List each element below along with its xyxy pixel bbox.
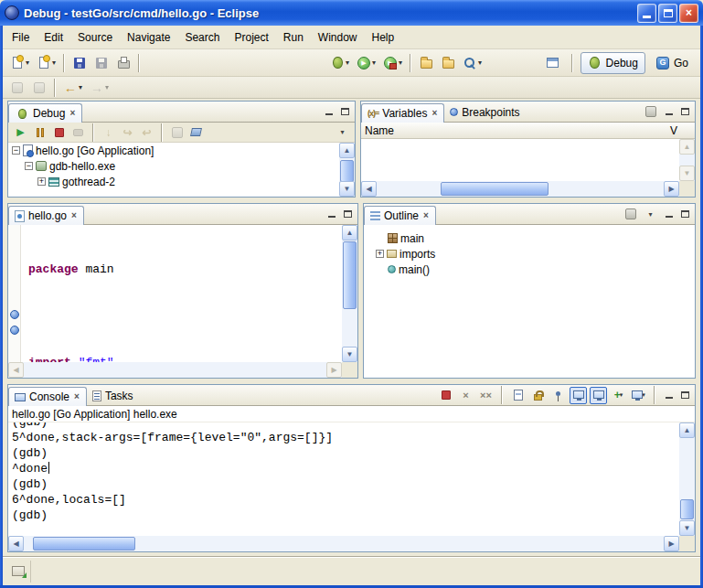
scroll-up-icon[interactable]: ▲ — [342, 225, 357, 241]
editor-marker-bar[interactable] — [8, 225, 21, 362]
open-resource-button[interactable] — [415, 53, 437, 73]
menu-file[interactable]: File — [5, 28, 37, 47]
open-console-button[interactable]: ▾ — [630, 387, 647, 404]
minimize-view-button[interactable] — [662, 389, 676, 402]
perspective-debug-button[interactable]: Debug — [581, 52, 645, 74]
next-annotation-button[interactable] — [6, 78, 28, 98]
collapse-expander-icon[interactable]: − — [12, 146, 20, 155]
tab-editor-hello-go[interactable]: hello.go × — [8, 206, 84, 225]
step-filters-button[interactable] — [187, 123, 205, 141]
tab-close-icon[interactable]: × — [431, 109, 438, 118]
tab-close-icon[interactable]: × — [69, 109, 76, 118]
tree-row[interactable]: − gdb-hello.exe — [8, 158, 355, 174]
editor-vertical-scrollbar[interactable]: ▲ ▼ — [342, 225, 357, 362]
tab-breakpoints[interactable]: Breakpoints — [444, 102, 525, 122]
suspend-button[interactable] — [31, 123, 48, 141]
window-minimize-button[interactable] — [637, 4, 656, 23]
scroll-left-icon[interactable]: ◀ — [8, 536, 24, 551]
collapse-all-button[interactable] — [642, 103, 659, 121]
menu-run[interactable]: Run — [276, 28, 311, 47]
column-name[interactable]: Name — [365, 124, 394, 137]
debug-vertical-scrollbar[interactable]: ▲ ▼ — [339, 143, 355, 197]
expand-expander-icon[interactable]: + — [376, 250, 384, 258]
tab-debug-view[interactable]: Debug × — [8, 103, 82, 123]
variables-horizontal-scrollbar[interactable]: ◀ ▶ — [361, 181, 695, 197]
tab-close-icon[interactable]: × — [70, 211, 78, 220]
breakpoint-marker-icon[interactable] — [10, 310, 19, 319]
minimize-view-button[interactable] — [325, 208, 338, 221]
menu-help[interactable]: Help — [365, 28, 402, 47]
scroll-down-icon[interactable]: ▼ — [339, 181, 355, 197]
debug-view-menu-button[interactable]: ▾ — [334, 123, 351, 141]
console-horizontal-scrollbar[interactable]: ◀ ▶ — [8, 536, 695, 551]
save-all-button[interactable] — [91, 53, 112, 73]
console-output[interactable]: (gdb) 5^done,stack-args=[frame={level="0… — [8, 422, 679, 536]
maximize-view-button[interactable] — [341, 208, 355, 221]
debug-launch-button[interactable]: ▾ — [326, 53, 353, 73]
tab-outline[interactable]: Outline × — [364, 206, 436, 225]
scroll-down-icon[interactable]: ▼ — [679, 520, 695, 536]
drop-to-frame-button[interactable] — [168, 123, 186, 141]
collapse-expander-icon[interactable]: − — [25, 162, 33, 170]
tree-row[interactable]: + gothread-2 — [8, 174, 355, 189]
remove-all-launches-button[interactable]: ×× — [477, 387, 495, 404]
scrollbar-thumb[interactable] — [33, 537, 135, 551]
scroll-lock-button[interactable] — [529, 387, 547, 404]
scrollbar-thumb[interactable] — [340, 160, 354, 182]
menu-search[interactable]: Search — [177, 28, 227, 47]
resume-button[interactable]: ▶ — [12, 123, 29, 141]
tab-tasks[interactable]: Tasks — [87, 386, 139, 405]
outline-item-main-func[interactable]: main() — [364, 262, 695, 277]
menu-source[interactable]: Source — [70, 28, 120, 47]
instruction-pointer-icon[interactable] — [10, 326, 19, 335]
tree-row[interactable]: − hello.go [Go Application] — [8, 143, 355, 158]
scroll-down-icon[interactable]: ▼ — [342, 347, 357, 362]
code-line[interactable]: package main — [28, 262, 342, 277]
scroll-up-icon[interactable]: ▲ — [679, 422, 695, 438]
pin-console-button[interactable] — [549, 387, 567, 404]
outline-item-main[interactable]: main — [364, 230, 695, 246]
maximize-view-button[interactable] — [678, 389, 692, 402]
minimize-view-button[interactable] — [662, 208, 676, 221]
terminate-button[interactable] — [50, 123, 68, 141]
tab-variables[interactable]: (x)= Variables × — [361, 103, 444, 123]
minimize-view-button[interactable] — [662, 105, 676, 119]
editor-horizontal-scrollbar[interactable]: ◀ ▶ — [8, 362, 357, 378]
console-vertical-scrollbar[interactable]: ▲ ▼ — [679, 422, 695, 536]
perspective-go-button[interactable]: G Go — [649, 52, 695, 74]
scroll-right-icon[interactable]: ▶ — [664, 536, 679, 551]
column-value[interactable]: V — [670, 124, 677, 137]
print-button[interactable] — [112, 53, 134, 73]
new-go-element-button[interactable]: ▾ — [33, 53, 59, 73]
fast-view-icon[interactable] — [12, 566, 25, 576]
external-tools-button[interactable]: ▶▾ — [379, 53, 406, 73]
display-console-button[interactable]: +▾ — [610, 387, 627, 404]
clear-console-button[interactable] — [509, 387, 527, 404]
menu-edit[interactable]: Edit — [37, 28, 70, 47]
new-wizard-button[interactable]: ▾ — [6, 53, 33, 73]
step-over-button[interactable]: ↪ — [119, 123, 136, 141]
outline-sort-button[interactable] — [622, 206, 639, 223]
scroll-left-icon[interactable]: ◀ — [361, 181, 377, 197]
menu-project[interactable]: Project — [227, 28, 275, 47]
variables-vertical-scrollbar[interactable]: ▲ ▼ — [679, 139, 695, 181]
window-close-button[interactable]: × — [679, 4, 698, 23]
menu-navigate[interactable]: Navigate — [120, 28, 177, 47]
window-maximize-button[interactable] — [658, 4, 677, 23]
outline-view-menu-button[interactable]: ▾ — [642, 206, 659, 223]
tab-close-icon[interactable]: × — [73, 392, 80, 401]
show-stderr-button[interactable] — [590, 387, 607, 404]
scroll-up-icon[interactable]: ▲ — [339, 143, 355, 158]
run-launch-button[interactable]: ▶▾ — [353, 53, 379, 73]
terminate-console-button[interactable] — [437, 387, 454, 404]
disconnect-button[interactable] — [69, 123, 87, 141]
code-line[interactable]: import "fmt" — [28, 355, 342, 362]
scrollbar-thumb[interactable] — [343, 241, 357, 309]
scrollbar-thumb[interactable] — [441, 182, 549, 196]
search-button[interactable]: ▾ — [459, 53, 485, 73]
scroll-right-icon[interactable]: ▶ — [664, 181, 679, 197]
scrollbar-thumb[interactable] — [680, 499, 694, 519]
show-stdout-button[interactable] — [570, 387, 587, 404]
forward-button[interactable]: →▾ — [86, 78, 112, 98]
save-button[interactable] — [69, 53, 91, 73]
